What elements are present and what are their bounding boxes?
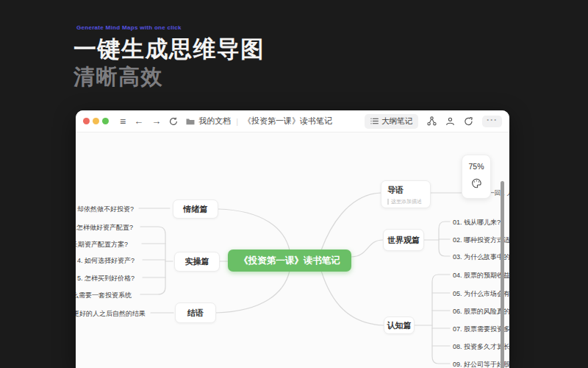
leaf-item[interactable]: 4. 如何选择好资产? (77, 256, 135, 266)
vertical-scrollbar[interactable] (501, 181, 504, 368)
hero-eyebrow: Generate Mind Maps with one click (76, 24, 182, 31)
hero-subtitle: 清晰高效 (74, 63, 163, 92)
close-traffic-light[interactable] (83, 118, 90, 124)
intro-placeholder: 这里添加描述 (391, 198, 422, 205)
leaf-item[interactable]: 长期资产配置方案? (76, 240, 128, 250)
leaf-item[interactable]: 么需要一套投资系统 (76, 291, 132, 300)
leaf-item[interactable]: 怎样做好资产配置? (76, 223, 133, 233)
branch-node-conclusion[interactable]: 结语 (175, 302, 216, 323)
maximize-traffic-light[interactable] (102, 118, 109, 124)
outline-list-icon (370, 118, 379, 124)
branch-node-emotion[interactable]: 情绪篇 (173, 199, 218, 219)
outline-note-button[interactable]: 大纲笔记 (365, 114, 418, 129)
mindmap-connectors (76, 110, 509, 368)
breadcrumb-separator: | (236, 117, 238, 126)
center-topic-node[interactable]: 《投资第一课》读书笔记 (228, 250, 351, 272)
theme-palette-icon[interactable] (471, 178, 482, 191)
minimize-traffic-light[interactable] (93, 118, 99, 124)
leaf-item[interactable]: 却依然做不好投资? (77, 205, 134, 214)
back-icon[interactable]: ← (134, 116, 143, 126)
zoom-level: 75% (468, 162, 484, 171)
zoom-control-card[interactable]: 75% (462, 155, 491, 199)
leaf-item[interactable]: 更好的人之后自然的结果 (76, 309, 146, 319)
window-titlebar: ≡ ← → 我的文档 | 《投资第一课》读书笔记 (76, 110, 509, 132)
share-icon[interactable] (464, 116, 473, 126)
breadcrumb-folder[interactable]: 我的文档 (198, 116, 231, 127)
menu-icon[interactable]: ≡ (120, 116, 126, 127)
share-nodes-icon[interactable] (427, 116, 437, 126)
hero-section: Generate Mind Maps with one click 一键生成思维… (0, 0, 588, 368)
outline-note-label: 大纲笔记 (381, 116, 412, 127)
leaf-item[interactable]: 5. 怎样买到好价格? (77, 274, 135, 283)
branch-node-cognition[interactable]: 认知篇 (384, 316, 415, 334)
app-window: 《投资第一课》读书笔记 情绪篇 实操篇 结语 导语 这里添加描述 世界观篇 认知… (76, 110, 509, 368)
folder-icon (186, 118, 195, 125)
leaf-item[interactable]: 01. 钱从哪儿来? (453, 218, 501, 227)
document-title: 《投资第一课》读书笔记 (243, 116, 332, 127)
intro-label: 导语 (387, 185, 424, 196)
hero-title: 一键生成思维导图 (74, 34, 265, 65)
refresh-icon[interactable] (169, 117, 178, 126)
mindmap-canvas[interactable]: 《投资第一课》读书笔记 情绪篇 实操篇 结语 导语 这里添加描述 世界观篇 认知… (76, 110, 509, 368)
clipped-text-fragment: 一回，人 (488, 189, 509, 198)
forward-icon[interactable]: → (151, 116, 161, 126)
more-options-button[interactable]: ··· (482, 116, 502, 127)
placeholder-caret (387, 199, 389, 205)
branch-node-worldview[interactable]: 世界观篇 (383, 229, 424, 251)
branch-node-practice[interactable]: 实操篇 (174, 252, 220, 272)
collaborator-icon[interactable] (445, 116, 455, 126)
branch-node-intro[interactable]: 导语 这里添加描述 (381, 180, 431, 208)
